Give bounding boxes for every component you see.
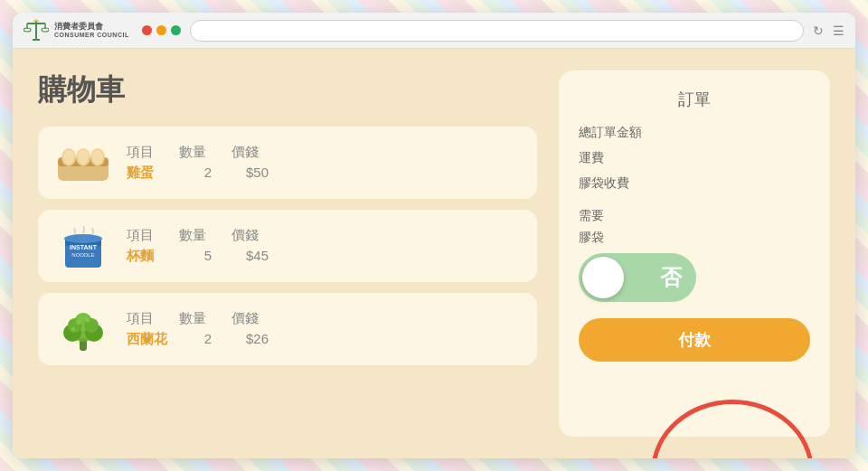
- order-title: 訂單: [579, 89, 810, 110]
- noodles-icon: INSTANT NOODLE: [54, 221, 112, 271]
- toggle-knob: [582, 257, 624, 298]
- svg-point-14: [78, 150, 89, 165]
- toggle-container: 否: [579, 253, 810, 302]
- cart-items: 項目 數量 價錢 雞蛋 2 $50: [38, 127, 537, 365]
- col-item-label: 項目: [127, 144, 154, 161]
- checkout-button[interactable]: 付款: [579, 318, 810, 362]
- item-name-noodles: 杯麵: [127, 248, 170, 265]
- page-content: 購物車: [13, 49, 855, 458]
- svg-text:INSTANT: INSTANT: [70, 244, 98, 250]
- browser-actions: ↻ ☰: [813, 24, 844, 38]
- svg-point-13: [63, 150, 74, 165]
- eggs-icon: [54, 137, 112, 188]
- order-row-total: 總訂單金額: [579, 125, 810, 141]
- cart-item-noodles: INSTANT NOODLE 項目 數量: [38, 210, 537, 282]
- item-header-eggs: 項目 數量 價錢: [127, 144, 521, 161]
- svg-point-28: [76, 319, 81, 325]
- cart-title: 購物車: [38, 71, 537, 110]
- traffic-light-yellow[interactable]: [156, 25, 166, 35]
- order-panel: 訂單 總訂單金額 運費 膠袋收費 需要 膠袋: [559, 71, 830, 437]
- plastic-bag-sub-row: 膠袋: [579, 230, 810, 246]
- item-qty-noodles: 5: [195, 248, 221, 265]
- col-price-label3: 價錢: [231, 310, 259, 327]
- col-qty-label: 數量: [179, 144, 206, 161]
- menu-icon[interactable]: ☰: [833, 24, 844, 38]
- logo-zh: 消費者委員會: [54, 23, 129, 32]
- item-name-broccoli: 西蘭花: [127, 331, 170, 348]
- plastic-bag-need-label: 需要: [579, 208, 604, 224]
- order-rows: 總訂單金額 運費 膠袋收費: [579, 125, 810, 192]
- col-qty-label3: 數量: [179, 310, 206, 327]
- plastic-bag-sub-label: 膠袋: [579, 230, 604, 246]
- broccoli-icon: [54, 304, 112, 354]
- item-price-broccoli: $26: [246, 331, 269, 348]
- svg-point-30: [71, 327, 76, 332]
- logo-en: CONSUMER COUNCIL: [54, 32, 129, 39]
- traffic-light-red[interactable]: [142, 25, 152, 35]
- svg-text:NOODLE: NOODLE: [71, 252, 94, 258]
- browser-bar: 消費者委員會 CONSUMER COUNCIL ↻ ☰: [13, 13, 855, 49]
- svg-point-29: [86, 318, 90, 323]
- plastic-bag-toggle[interactable]: 否: [579, 253, 696, 302]
- item-price-noodles: $45: [246, 248, 269, 265]
- item-values-noodles: 杯麵 5 $45: [127, 248, 521, 265]
- svg-point-15: [92, 150, 103, 165]
- order-section: 訂單 總訂單金額 運費 膠袋收費 需要 膠袋: [559, 71, 830, 437]
- item-name-eggs: 雞蛋: [127, 165, 170, 182]
- consumer-council-logo-icon: [24, 18, 49, 43]
- item-details-noodles: 項目 數量 價錢 杯麵 5 $45: [127, 227, 521, 265]
- address-bar[interactable]: [190, 20, 804, 42]
- item-qty-broccoli: 2: [195, 331, 221, 348]
- item-header-broccoli: 項目 數量 價錢: [127, 310, 521, 327]
- traffic-light-green[interactable]: [171, 25, 181, 35]
- item-price-eggs: $50: [246, 165, 269, 182]
- col-price-label: 價錢: [231, 144, 259, 161]
- plastic-bag-need-row: 需要: [579, 208, 810, 224]
- toggle-label: 否: [624, 263, 693, 292]
- col-item-label2: 項目: [127, 227, 154, 244]
- cart-item-broccoli: 項目 數量 價錢 西蘭花 2 $26: [38, 293, 537, 365]
- order-row-shipping: 運費: [579, 150, 810, 166]
- item-values-eggs: 雞蛋 2 $50: [127, 165, 521, 182]
- svg-marker-7: [33, 19, 40, 22]
- cart-section: 購物車: [38, 71, 537, 437]
- plastic-bag-section: 需要 膠袋 否: [579, 208, 810, 302]
- svg-point-4: [24, 28, 31, 32]
- logo-text: 消費者委員會 CONSUMER COUNCIL: [54, 23, 129, 39]
- item-values-broccoli: 西蘭花 2 $26: [127, 331, 521, 348]
- col-price-label2: 價錢: [231, 227, 259, 244]
- reload-icon[interactable]: ↻: [813, 24, 824, 38]
- annotation-red-circle: [651, 400, 814, 458]
- item-details-eggs: 項目 數量 價錢 雞蛋 2 $50: [127, 144, 521, 182]
- item-details-broccoli: 項目 數量 價錢 西蘭花 2 $26: [127, 310, 521, 348]
- cart-item-eggs: 項目 數量 價錢 雞蛋 2 $50: [38, 127, 537, 199]
- traffic-lights: [142, 25, 181, 35]
- svg-point-20: [64, 234, 102, 243]
- order-row-plasticbag: 膠袋收費: [579, 175, 810, 192]
- item-qty-eggs: 2: [195, 165, 221, 182]
- col-item-label3: 項目: [127, 310, 154, 327]
- col-qty-label2: 數量: [179, 227, 206, 244]
- browser-window: 消費者委員會 CONSUMER COUNCIL ↻ ☰ 購物車: [13, 13, 855, 458]
- svg-point-5: [42, 28, 49, 32]
- logo-area: 消費者委員會 CONSUMER COUNCIL: [24, 18, 129, 43]
- item-header-noodles: 項目 數量 價錢: [127, 227, 521, 244]
